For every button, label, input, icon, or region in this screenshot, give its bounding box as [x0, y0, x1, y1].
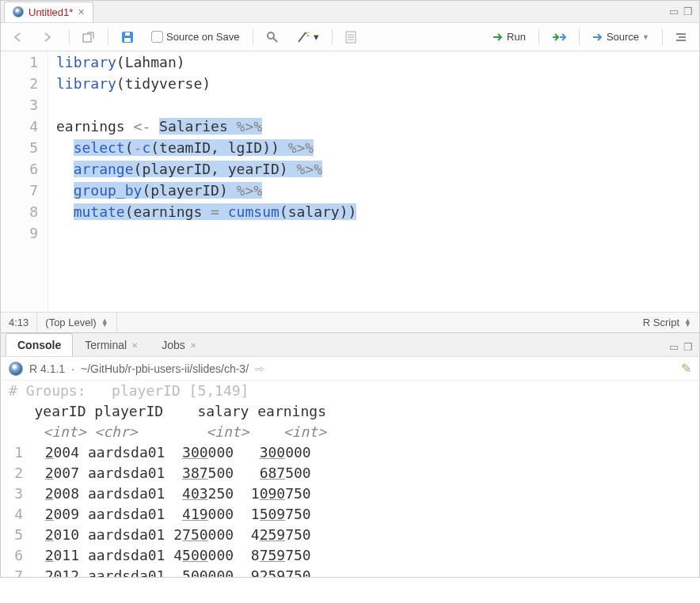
editor-tab-title: Untitled1*	[29, 6, 73, 18]
svg-point-4	[268, 32, 274, 39]
code-line[interactable]: mutate(earnings = cumsum(salary))	[56, 201, 699, 222]
dot-separator: ·	[71, 362, 74, 375]
maximize-icon[interactable]: ❐	[683, 6, 693, 17]
pane-window-buttons: ▭ ❐	[669, 6, 699, 17]
r-file-icon	[13, 6, 24, 17]
code-area[interactable]: library(Lahman)library(tidyverse)earning…	[48, 51, 699, 312]
goto-dir-icon[interactable]: ⇨	[255, 362, 264, 375]
show-in-new-window-button[interactable]	[78, 29, 100, 45]
svg-rect-2	[124, 38, 131, 42]
code-line[interactable]: library(tidyverse)	[56, 73, 699, 94]
tab-console[interactable]: Console	[6, 333, 73, 356]
clear-console-icon[interactable]: ✎	[681, 361, 691, 376]
svg-point-7	[307, 35, 309, 36]
source-on-save-toggle[interactable]: Source on Save	[146, 28, 245, 45]
code-line[interactable]: library(Lahman)	[56, 51, 699, 73]
updown-icon: ▲▼	[101, 319, 108, 327]
console-output[interactable]: # Groups: playerID [5,149] yearID player…	[1, 381, 699, 577]
run-arrow-icon	[493, 32, 504, 42]
svg-point-6	[306, 32, 307, 34]
code-line[interactable]	[56, 222, 699, 244]
cursor-position: 4:13	[1, 313, 37, 332]
console-info-bar: R 4.1.1 · ~/GitHub/r-pbi-users-ii/slides…	[1, 357, 699, 381]
svg-line-5	[273, 38, 277, 42]
editor-tab-untitled[interactable]: Untitled1* ✕	[4, 2, 93, 22]
console-tab-row: Console Terminal✕ Jobs✕ ▭ ❐	[1, 333, 699, 357]
source-button[interactable]: Source ▼	[588, 28, 654, 45]
tab-terminal[interactable]: Terminal✕	[73, 333, 150, 356]
code-line[interactable]: select(-c(teamID, lgID)) %>%	[56, 137, 699, 158]
editor-tab-row: Untitled1* ✕ ▭ ❐	[1, 1, 699, 23]
r-version-label: R 4.1.1	[29, 362, 65, 375]
updown-icon: ▲▼	[684, 319, 691, 327]
scope-selector[interactable]: (Top Level) ▲▼	[37, 313, 116, 332]
minimize-icon[interactable]: ▭	[669, 341, 679, 353]
svg-rect-3	[125, 32, 130, 36]
rerun-button[interactable]	[547, 30, 571, 44]
working-directory[interactable]: ~/GitHub/r-pbi-users-ii/slides/ch-3/	[81, 362, 249, 375]
filetype-selector[interactable]: R Script ▲▼	[635, 313, 699, 332]
source-pane: Untitled1* ✕ ▭ ❐ Source on Save ▾ Run	[0, 0, 700, 332]
code-line[interactable]: earnings <- Salaries %>%	[56, 116, 699, 137]
minimize-icon[interactable]: ▭	[669, 6, 679, 17]
find-button[interactable]	[261, 28, 283, 46]
close-icon[interactable]: ✕	[78, 7, 85, 17]
code-line[interactable]: arrange(playerID, yearID) %>%	[56, 158, 699, 180]
maximize-icon[interactable]: ❐	[683, 341, 693, 353]
run-label: Run	[507, 31, 526, 43]
editor-status-bar: 4:13 (Top Level) ▲▼ R Script ▲▼	[1, 312, 699, 332]
run-button[interactable]: Run	[488, 28, 531, 45]
source-on-save-label: Source on Save	[166, 31, 240, 43]
svg-rect-0	[83, 34, 91, 42]
back-button[interactable]	[9, 30, 31, 44]
code-line[interactable]	[56, 94, 699, 116]
pane-window-buttons: ▭ ❐	[669, 341, 699, 356]
r-logo-icon	[9, 362, 23, 376]
line-number-gutter: 123456789	[1, 51, 48, 312]
code-tools-button[interactable]: ▾	[291, 28, 324, 46]
editor-toolbar: Source on Save ▾ Run Source ▼	[1, 23, 699, 51]
code-line[interactable]: group_by(playerID) %>%	[56, 180, 699, 201]
console-pane: Console Terminal✕ Jobs✕ ▭ ❐ R 4.1.1 · ~/…	[0, 332, 700, 578]
tab-jobs[interactable]: Jobs✕	[150, 333, 208, 356]
compile-report-button[interactable]	[340, 28, 361, 46]
checkbox-icon	[151, 31, 163, 43]
save-button[interactable]	[116, 28, 139, 46]
outline-button[interactable]	[671, 30, 691, 44]
close-icon[interactable]: ✕	[131, 341, 138, 350]
source-arrow-icon	[592, 32, 603, 42]
source-label: Source	[607, 31, 639, 43]
forward-button[interactable]	[39, 30, 61, 44]
close-icon[interactable]: ✕	[190, 341, 196, 350]
svg-point-8	[308, 32, 310, 33]
code-editor[interactable]: 123456789 library(Lahman)library(tidyver…	[1, 51, 699, 312]
